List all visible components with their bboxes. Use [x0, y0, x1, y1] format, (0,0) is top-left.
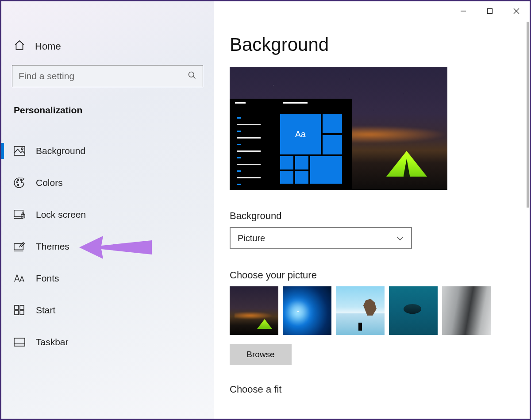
svg-rect-15 — [14, 244, 23, 250]
svg-rect-23 — [20, 311, 24, 315]
picture-thumb-2[interactable] — [283, 286, 331, 335]
background-label: Background — [230, 210, 521, 222]
svg-point-11 — [18, 185, 19, 186]
svg-rect-20 — [15, 305, 19, 309]
search-box[interactable] — [12, 65, 203, 87]
themes-icon — [14, 241, 25, 252]
svg-point-7 — [21, 148, 23, 150]
home-nav[interactable]: Home — [1, 28, 214, 65]
browse-button-label: Browse — [246, 350, 274, 359]
sidebar-item-themes[interactable]: Themes — [1, 231, 214, 262]
preview-start-menu: Aa — [230, 99, 352, 190]
choose-fit-label: Choose a fit — [230, 384, 521, 395]
svg-point-9 — [18, 180, 19, 181]
sidebar-item-fonts[interactable]: Fonts — [1, 262, 214, 294]
svg-rect-24 — [14, 338, 25, 346]
svg-line-17 — [19, 245, 20, 247]
browse-button[interactable]: Browse — [230, 344, 292, 365]
picture-thumbnails — [230, 286, 521, 335]
start-icon — [14, 304, 25, 316]
sidebar-item-label: Lock screen — [36, 209, 86, 220]
sidebar-item-taskbar[interactable]: Taskbar — [1, 326, 214, 358]
chevron-down-icon — [396, 233, 404, 243]
search-input[interactable] — [19, 71, 188, 81]
choose-picture-label: Choose your picture — [230, 270, 521, 281]
scrollbar[interactable] — [527, 22, 529, 208]
page-title: Background — [230, 34, 521, 55]
background-dropdown[interactable]: Picture — [230, 227, 412, 249]
fonts-icon — [14, 273, 25, 284]
sidebar-item-label: Taskbar — [36, 337, 69, 347]
background-dropdown-value: Picture — [238, 233, 265, 243]
sidebar-item-label: Themes — [36, 241, 69, 252]
category-title: Personalization — [1, 97, 214, 123]
taskbar-icon — [14, 336, 25, 348]
sidebar-item-lock-screen[interactable]: Lock screen — [1, 199, 214, 231]
desktop-preview: Aa — [230, 67, 447, 190]
picture-thumb-3[interactable] — [336, 286, 385, 335]
palette-icon — [14, 177, 25, 189]
main-panel: Background Aa — [214, 1, 530, 419]
sidebar-item-background[interactable]: Background — [1, 135, 214, 167]
home-icon — [14, 39, 25, 54]
sidebar-item-colors[interactable]: Colors — [1, 167, 214, 199]
svg-point-8 — [16, 182, 18, 183]
image-icon — [14, 145, 25, 157]
picture-thumb-5[interactable] — [442, 286, 491, 335]
home-label: Home — [35, 41, 61, 52]
sidebar-item-label: Fonts — [36, 273, 59, 284]
search-icon — [188, 71, 196, 82]
nav-list: Background Colors Lock screen Themes — [1, 135, 214, 358]
preview-tiles: Aa — [280, 114, 347, 185]
settings-window: Settings Home Personaliza — [0, 0, 531, 420]
svg-point-4 — [189, 72, 194, 77]
sidebar-item-label: Background — [36, 146, 85, 156]
sidebar: Home Personalization Background — [1, 1, 214, 419]
svg-point-10 — [20, 179, 22, 181]
picture-thumb-4[interactable] — [389, 286, 438, 335]
picture-thumb-1[interactable] — [230, 286, 278, 335]
svg-rect-21 — [20, 305, 24, 309]
sidebar-item-start[interactable]: Start — [1, 294, 214, 326]
svg-rect-22 — [15, 311, 19, 315]
lock-screen-icon — [14, 209, 25, 220]
sidebar-item-label: Colors — [36, 177, 63, 188]
sidebar-item-label: Start — [36, 305, 55, 316]
svg-line-5 — [193, 76, 196, 78]
search-container — [1, 65, 214, 97]
preview-sample-tile: Aa — [280, 114, 321, 154]
